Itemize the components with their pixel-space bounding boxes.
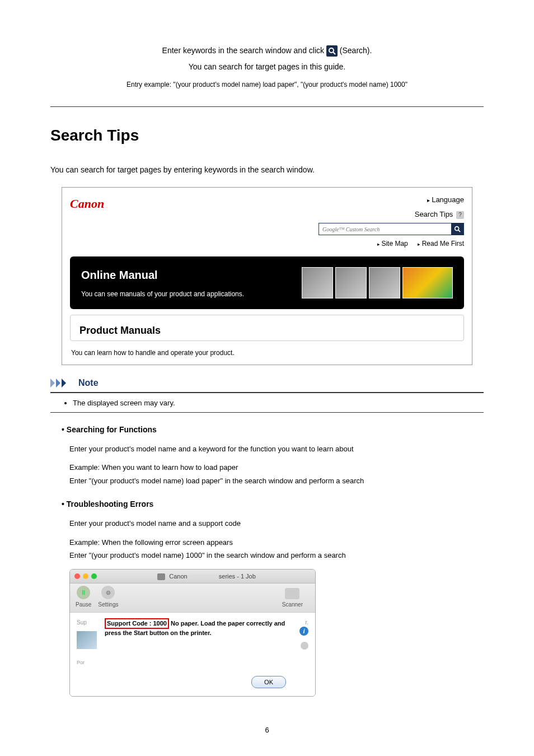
svg-marker-6 (62, 379, 66, 388)
search-tips-link[interactable]: Search Tips ? (318, 209, 464, 220)
support-code-highlight: Support Code : 1000 (105, 618, 169, 629)
intro-line-2: You can search for target pages in this … (50, 61, 484, 73)
intro-line-1: Enter keywords in the search window and … (50, 45, 484, 57)
note-rule (50, 392, 484, 393)
hero-subtitle: You can see manuals of your product and … (81, 289, 244, 299)
scanner-button[interactable]: Scanner (282, 588, 303, 609)
sup-label: Sup (77, 618, 99, 627)
tip-text: Enter your product's model name and a ke… (69, 444, 484, 455)
svg-point-2 (455, 227, 459, 231)
sitemap-link[interactable]: Site Map (377, 240, 408, 248)
tip-text: Enter "(your product's model name) load … (69, 475, 484, 487)
job-thumbnail (77, 631, 97, 649)
settings-button[interactable]: ⚙Settings (98, 586, 118, 609)
hero-banner: Online Manual You can see manuals of you… (70, 256, 464, 309)
note-arrows-icon (50, 379, 75, 388)
svg-marker-4 (50, 379, 55, 388)
note-item: The displayed screen may vary. (73, 398, 484, 409)
tip-text: Example: When you want to learn how to l… (69, 462, 484, 473)
thumbnail-image (335, 267, 367, 298)
error-message: Support Code : 1000 No paper. Load the p… (105, 618, 289, 637)
svg-line-1 (333, 52, 335, 54)
window-title: Canon series - 1 Job (102, 572, 311, 581)
hero-thumbnails (302, 267, 453, 298)
intro-text-b: (Search). (338, 46, 372, 55)
product-manuals-card: Product Manuals (70, 315, 464, 341)
thumbnail-image (402, 267, 453, 298)
search-tips-label: Search Tips (415, 210, 453, 218)
title-prefix: Canon (169, 573, 187, 580)
search-button[interactable] (451, 223, 463, 235)
info-icon[interactable]: i (299, 627, 308, 636)
window-titlebar: Canon series - 1 Job (70, 570, 315, 584)
divider (50, 106, 484, 107)
language-label: Language (432, 195, 464, 204)
intro-example: Entry example: "(your product's model na… (50, 80, 484, 90)
redacted-block (189, 575, 217, 579)
help-icon: ? (456, 211, 464, 219)
ok-button[interactable]: OK (251, 676, 286, 689)
product-manuals-title: Product Manuals (79, 323, 455, 338)
svg-line-3 (458, 230, 460, 232)
printer-icon (157, 573, 165, 580)
toolbar: IIPause ⚙Settings Scanner (70, 584, 315, 613)
svg-point-0 (329, 48, 334, 53)
search-input[interactable] (319, 225, 451, 234)
tip-heading: Searching for Functions (62, 424, 484, 436)
canon-logo: Canon (70, 194, 104, 213)
note-label: Note (78, 376, 99, 390)
close-dot-icon (74, 573, 80, 579)
language-link[interactable]: Language (318, 194, 464, 206)
intro-text-a: Enter keywords in the search window and … (162, 46, 326, 55)
thumbnail-image (369, 267, 400, 298)
reload-icon (301, 642, 308, 650)
page-number: 6 (50, 725, 484, 736)
minimize-dot-icon (83, 573, 88, 579)
note-rule-bottom (50, 412, 484, 413)
pause-label: Pause (76, 600, 91, 609)
browser-screenshot: Canon Language Search Tips ? Site Map Re… (62, 187, 472, 365)
thumbnail-image (302, 267, 333, 298)
lead-text: You can search for target pages by enter… (50, 164, 484, 176)
tip-heading: Troubleshooting Errors (62, 498, 484, 510)
search-icon (326, 45, 338, 57)
zoom-dot-icon (91, 573, 97, 579)
page-title: Search Tips (50, 124, 484, 147)
search-box (318, 223, 464, 235)
note-block: Note The displayed screen may vary. (50, 376, 484, 413)
settings-label: Settings (98, 600, 118, 609)
product-manuals-sub: You can learn how to handle and operate … (71, 348, 464, 358)
hero-title: Online Manual (81, 267, 244, 283)
traffic-lights (74, 573, 97, 579)
svg-marker-5 (56, 379, 60, 388)
error-screenshot: Canon series - 1 Job IIPause ⚙Settings S… (69, 569, 316, 697)
tip-text: Example: When the following error screen… (69, 537, 484, 548)
readme-link[interactable]: Read Me First (418, 240, 464, 248)
tip-item: Searching for Functions Enter your produ… (62, 424, 484, 487)
por-label: Por (77, 659, 99, 667)
tip-text: Enter your product's model name and a su… (69, 518, 484, 529)
scanner-label: Scanner (282, 600, 303, 609)
tip-item: Troubleshooting Errors Enter your produc… (62, 498, 484, 697)
tip-text: Enter "(your product's model name) 1000"… (69, 550, 484, 561)
title-suffix: series - 1 Job (219, 573, 256, 580)
pause-button[interactable]: IIPause (76, 586, 91, 609)
